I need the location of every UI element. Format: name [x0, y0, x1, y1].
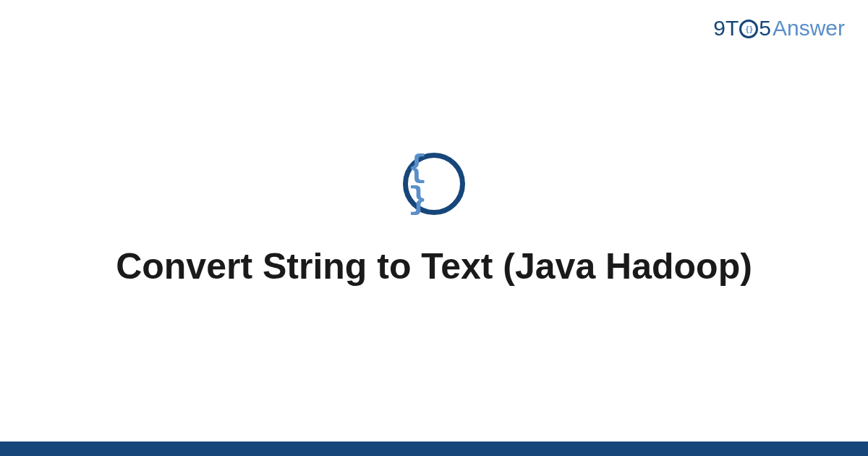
code-braces-icon: { } [403, 153, 465, 215]
main-content: { } Convert String to Text (Java Hadoop) [0, 0, 868, 442]
braces-glyph: { } [408, 152, 460, 216]
page-title: Convert String to Text (Java Hadoop) [116, 244, 752, 290]
footer-bar [0, 442, 868, 456]
